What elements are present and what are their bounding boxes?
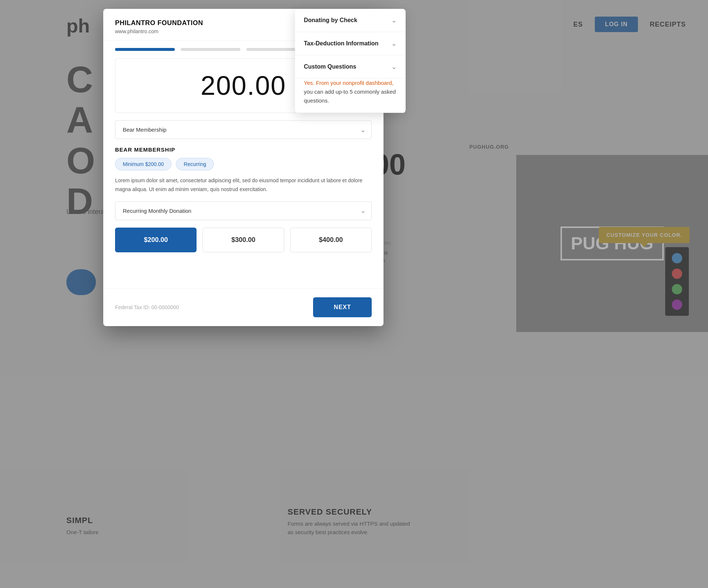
amount-buttons: $200.00 $300.00 $400.00 <box>115 228 372 252</box>
modal-footer: Federal Tax ID: 00-0000000 NEXT <box>103 288 384 326</box>
dropdown-custom-questions-content: Yes. From your nonprofit dashboard, you … <box>295 79 406 113</box>
dropdown-item-custom-questions[interactable]: Custom Questions ⌄ <box>295 55 406 79</box>
bear-badges: Minimum $200.00 Recurring <box>115 158 372 170</box>
dropdown-label-tax-deduction: Tax-Deduction Information <box>304 40 378 47</box>
frequency-select-wrapper: Recurring Monthly Donation ⌄ <box>115 201 372 220</box>
bear-membership-section: BEAR MEMBERSHIP Minimum $200.00 Recurrin… <box>103 139 384 194</box>
modal-org-info: PHILANTRO FOUNDATION www.philantro.com <box>115 19 203 34</box>
dropdown-content-text: you can add up-to 5 commonly asked quest… <box>304 89 396 104</box>
chevron-down-icon-tax: ⌄ <box>391 39 397 48</box>
amount-btn-300[interactable]: $300.00 <box>202 228 284 252</box>
modal-org-url: www.philantro.com <box>115 28 203 34</box>
next-button[interactable]: NEXT <box>313 297 372 317</box>
badge-minimum: Minimum $200.00 <box>115 158 171 170</box>
bear-description: Lorem ipsum dolor sit amet, consectetur … <box>115 176 372 194</box>
dropdown-panel: Donating by Check ⌄ Tax-Deduction Inform… <box>295 9 406 113</box>
amount-btn-400[interactable]: $400.00 <box>290 228 372 252</box>
bear-section-title: BEAR MEMBERSHIP <box>115 146 372 153</box>
progress-step-1 <box>115 48 175 51</box>
dropdown-label-donating-by-check: Donating by Check <box>304 17 357 24</box>
tax-id-text: Federal Tax ID: 00-0000000 <box>115 304 179 310</box>
modal-org-name: PHILANTRO FOUNDATION <box>115 19 203 27</box>
dropdown-item-donating-by-check[interactable]: Donating by Check ⌄ <box>295 9 406 32</box>
membership-select-wrapper: Bear Membership ⌄ <box>115 120 372 139</box>
membership-select[interactable]: Bear Membership <box>115 120 372 139</box>
badge-recurring: Recurring <box>176 158 214 170</box>
progress-step-2 <box>181 48 240 51</box>
chevron-down-icon-donating: ⌄ <box>391 16 397 24</box>
dropdown-item-tax-deduction[interactable]: Tax-Deduction Information ⌄ <box>295 32 406 55</box>
amount-btn-200[interactable]: $200.00 <box>115 228 197 252</box>
frequency-select[interactable]: Recurring Monthly Donation <box>115 201 372 220</box>
dropdown-label-custom-questions: Custom Questions <box>304 63 356 70</box>
dropdown-content-highlight: Yes. From your nonprofit dashboard, <box>304 80 393 86</box>
chevron-down-icon-custom: ⌄ <box>391 63 397 71</box>
